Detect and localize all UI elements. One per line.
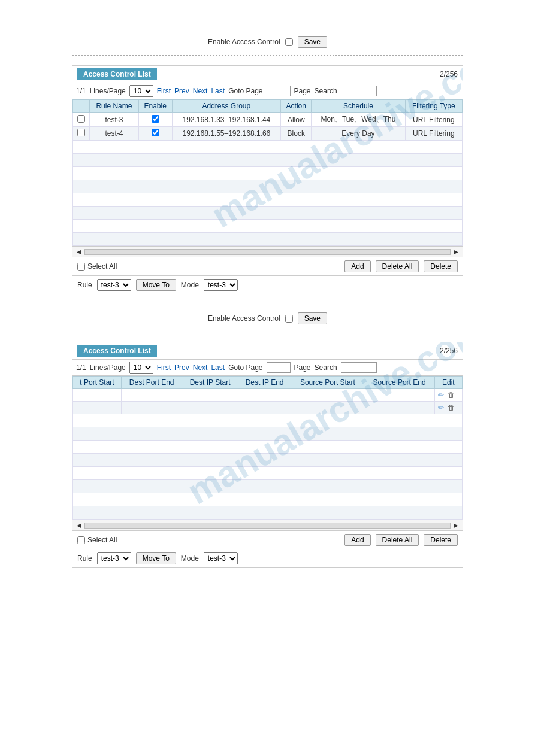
save-button-2[interactable]: Save	[298, 312, 327, 324]
table-row	[73, 154, 463, 167]
acl-table-2: t Port Start Dest Port End Dest IP Start…	[72, 376, 463, 520]
next-link-2[interactable]: Next	[193, 363, 208, 372]
table-row	[73, 454, 463, 467]
mode-select-1[interactable]: test-3 test-4	[204, 279, 238, 291]
lines-select-2[interactable]: 10 20 50	[129, 362, 153, 374]
first-link-2[interactable]: First	[157, 363, 171, 372]
edit-actions-2: ✏ 🗑	[438, 403, 459, 412]
add-button-1[interactable]: Add	[344, 260, 370, 272]
col-edit-2: Edit	[434, 377, 462, 389]
table-row	[73, 193, 463, 207]
row-checkbox-1-2[interactable]	[73, 127, 90, 141]
row-enable-1-1[interactable]	[138, 113, 172, 127]
table-row	[73, 506, 463, 520]
row-checkbox-1-1[interactable]	[73, 113, 90, 127]
col-dest-port-end-2: Dest Port End	[121, 377, 182, 389]
mode-select-2[interactable]: test-3 test-4	[204, 552, 238, 564]
edit-pencil-icon-2[interactable]: ✏	[438, 403, 444, 412]
scroll-left-icon-2[interactable]: ◀	[75, 521, 83, 529]
delete-trash-icon-2[interactable]: 🗑	[448, 403, 455, 412]
search-input-2[interactable]	[341, 362, 377, 373]
delete-all-button-1[interactable]: Delete All	[376, 260, 419, 272]
rule-select-1[interactable]: test-3 test-4	[97, 279, 131, 291]
scrollbar-row-2: ◀ ▶	[72, 520, 463, 530]
table-row	[73, 493, 463, 506]
last-link-2[interactable]: Last	[211, 363, 225, 372]
edit-pencil-icon-1[interactable]: ✏	[438, 391, 444, 399]
save-button-1[interactable]: Save	[298, 36, 327, 48]
delete-all-button-2[interactable]: Delete All	[376, 534, 419, 546]
goto-input-1[interactable]	[267, 86, 291, 96]
row-enable-1-2[interactable]	[138, 127, 172, 141]
col-address-group-1: Address Group	[172, 100, 281, 113]
prev-link-1[interactable]: Prev	[174, 87, 189, 95]
scroll-right-icon-1[interactable]: ▶	[452, 248, 460, 256]
col-source-port-end-2: Source Port End	[364, 377, 434, 389]
select-all-label-1: Select All	[87, 262, 117, 271]
move-to-button-1[interactable]: Move To	[136, 279, 176, 291]
prev-link-2[interactable]: Prev	[174, 363, 189, 372]
bottom-bar-2: Select All Add Delete All Delete	[72, 530, 463, 549]
bottom-bar-1: Select All Add Delete All Delete	[72, 257, 463, 275]
last-link-1[interactable]: Last	[211, 87, 225, 95]
acl-count-1: 2/256	[440, 70, 458, 78]
section-2: Enable Access Control Save manualarchive…	[72, 312, 463, 568]
table-row	[73, 414, 463, 427]
scroll-right-icon-2[interactable]: ▶	[452, 521, 460, 529]
acl-panel-2: manualarchive.com Access Control List 2/…	[72, 342, 463, 568]
scroll-track-2[interactable]	[84, 523, 451, 529]
table-row: ✏ 🗑	[73, 402, 463, 414]
col-dest-ip-end-2: Dest IP End	[238, 377, 291, 389]
table-row	[73, 220, 463, 233]
acl-header-2: Access Control List 2/256	[72, 342, 463, 359]
delete-trash-icon-1[interactable]: 🗑	[448, 391, 455, 399]
search-label-2: Search	[315, 363, 337, 372]
table-row: ✏ 🗑	[73, 389, 463, 402]
row-filtering-1-1: URL Filtering	[405, 113, 462, 127]
first-link-1[interactable]: First	[157, 87, 171, 95]
col-checkbox-1	[73, 100, 90, 113]
delete-button-2[interactable]: Delete	[424, 534, 458, 546]
col-filtering-type-1: Filtering Type	[405, 100, 462, 113]
divider-1	[72, 55, 463, 56]
acl-header-1: Access Control List 2/256	[72, 66, 463, 83]
acl-count-2: 2/256	[440, 347, 458, 355]
row-action-1-1: Allow	[281, 113, 312, 127]
select-all-checkbox-1[interactable]	[77, 263, 85, 271]
edit-actions-1: ✏ 🗑	[438, 391, 459, 399]
rule-row-1: Rule test-3 test-4 Move To Mode test-3 t…	[72, 275, 463, 294]
table-row: test-4 192.168.1.55–192.168.1.66 Block E…	[73, 127, 463, 141]
select-all-checkbox-2[interactable]	[77, 536, 85, 544]
row-2-2-6	[364, 402, 434, 414]
table-row	[73, 427, 463, 441]
enable-access-control-row-1: Enable Access Control Save	[72, 36, 463, 48]
rule-select-2[interactable]: test-3 test-4	[97, 552, 131, 564]
row-schedule-1-2: Every Day	[312, 127, 405, 141]
scroll-track-1[interactable]	[84, 249, 451, 255]
pagination-row-1: 1/1 Lines/Page 10 20 50 First Prev Next …	[72, 83, 463, 99]
col-action-1: Action	[281, 100, 312, 113]
page-info-2: 1/1	[76, 363, 86, 372]
row-2-1-edit: ✏ 🗑	[434, 389, 462, 402]
search-input-1[interactable]	[341, 86, 377, 96]
add-button-2[interactable]: Add	[344, 534, 370, 546]
row-2-1-5	[291, 389, 364, 402]
table-row	[73, 233, 463, 246]
enable-access-control-row-2: Enable Access Control Save	[72, 312, 463, 324]
col-rule-name-1: Rule Name	[90, 100, 139, 113]
delete-button-1[interactable]: Delete	[424, 260, 458, 272]
row-2-2-5	[291, 402, 364, 414]
next-link-1[interactable]: Next	[193, 87, 208, 95]
goto-input-2[interactable]	[267, 362, 291, 373]
enable-checkbox-1[interactable]	[285, 38, 293, 46]
rule-label-2: Rule	[77, 554, 92, 563]
move-to-button-2[interactable]: Move To	[136, 552, 176, 564]
scroll-left-icon-1[interactable]: ◀	[75, 248, 83, 256]
row-2-2-2	[121, 402, 182, 414]
enable-checkbox-2[interactable]	[285, 315, 293, 323]
mode-label-2: Mode	[181, 554, 199, 563]
lines-select-1[interactable]: 10 20 50	[129, 85, 153, 97]
table-row	[73, 141, 463, 154]
goto-label-2: Goto Page	[228, 363, 262, 372]
table-row	[73, 441, 463, 454]
